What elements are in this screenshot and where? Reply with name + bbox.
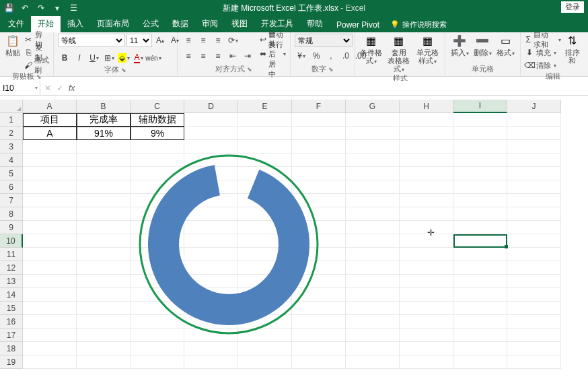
row-header[interactable]: 1 (0, 113, 23, 127)
tab-view[interactable]: 视图 (225, 15, 254, 32)
cell[interactable] (77, 355, 131, 369)
cell[interactable] (184, 355, 238, 369)
row-header[interactable]: 16 (0, 315, 23, 329)
cell[interactable] (346, 221, 400, 234)
cell[interactable] (23, 180, 77, 194)
number-launcher-icon[interactable]: ⬊ (328, 66, 334, 73)
font-size-select[interactable]: 11 (126, 34, 152, 47)
cell[interactable] (346, 207, 400, 221)
column-header[interactable]: F (292, 100, 346, 113)
delete-cells-button[interactable]: ➖删除▾ (472, 34, 492, 57)
cell[interactable] (77, 329, 131, 342)
cell[interactable] (23, 207, 77, 221)
cell[interactable] (453, 194, 507, 207)
row-header[interactable]: 11 (0, 248, 23, 261)
cell[interactable] (346, 167, 400, 180)
cell[interactable] (184, 140, 238, 153)
cell[interactable] (292, 355, 346, 369)
align-right-button[interactable]: ≡ (211, 49, 225, 63)
cell[interactable] (507, 127, 561, 140)
cell[interactable] (453, 288, 507, 302)
cell[interactable] (77, 342, 131, 355)
cell[interactable] (400, 221, 453, 234)
cell[interactable] (23, 261, 77, 275)
cell[interactable] (400, 153, 453, 167)
cell[interactable] (346, 153, 400, 167)
cell[interactable] (400, 355, 453, 369)
cell[interactable] (507, 153, 561, 167)
cell[interactable] (507, 302, 561, 315)
cell[interactable] (507, 288, 561, 302)
number-format-select[interactable]: 常规 (295, 34, 353, 47)
italic-button[interactable]: I (73, 51, 86, 65)
cell[interactable] (346, 288, 400, 302)
cell[interactable]: A (23, 127, 77, 140)
cell[interactable] (238, 113, 292, 127)
cell[interactable] (238, 355, 292, 369)
cell[interactable] (507, 194, 561, 207)
name-box[interactable]: I10▾ (0, 81, 40, 95)
cell[interactable] (400, 288, 453, 302)
cell[interactable] (346, 180, 400, 194)
column-header[interactable]: I (453, 100, 507, 113)
cell[interactable] (23, 288, 77, 302)
cell[interactable] (453, 261, 507, 275)
column-header[interactable]: E (238, 100, 292, 113)
column-header[interactable]: C (131, 100, 184, 113)
cell[interactable] (346, 275, 400, 288)
cell[interactable] (400, 261, 453, 275)
formula-input[interactable] (79, 81, 588, 95)
align-middle-button[interactable]: ≡ (196, 34, 210, 47)
cell[interactable] (346, 248, 400, 261)
cell[interactable]: 辅助数据 (131, 113, 184, 127)
cell[interactable] (507, 207, 561, 221)
tab-powerpivot[interactable]: Power Pivot (330, 18, 386, 32)
tab-page-layout[interactable]: 页面布局 (90, 15, 136, 32)
cell[interactable] (292, 127, 346, 140)
enter-icon[interactable]: ✓ (57, 83, 63, 93)
cell[interactable] (507, 342, 561, 355)
tab-insert[interactable]: 插入 (61, 15, 90, 32)
align-bottom-button[interactable]: ≡ (211, 34, 225, 47)
cell[interactable] (453, 342, 507, 355)
cell[interactable] (400, 140, 453, 153)
cell[interactable] (77, 288, 131, 302)
row-header[interactable]: 10 (0, 234, 23, 248)
cell[interactable] (184, 127, 238, 140)
row-header[interactable]: 18 (0, 342, 23, 355)
cell[interactable] (346, 261, 400, 275)
cell[interactable] (507, 167, 561, 180)
merge-center-button[interactable]: ⬌合并后居中▾ (260, 48, 286, 60)
cell[interactable] (400, 127, 453, 140)
tell-me[interactable]: 💡 操作说明搜索 (386, 17, 451, 32)
cell[interactable] (400, 302, 453, 315)
cell[interactable] (77, 221, 131, 234)
cell[interactable] (23, 194, 77, 207)
cell[interactable] (453, 302, 507, 315)
cell[interactable] (400, 180, 453, 194)
spreadsheet-grid[interactable]: ABCDEFGHIJ 1项目完成率辅助数据2A91%9%345678910111… (0, 100, 588, 369)
column-header[interactable]: A (23, 100, 77, 113)
cell[interactable] (507, 275, 561, 288)
cell[interactable] (131, 342, 184, 355)
cell[interactable] (346, 342, 400, 355)
cell[interactable] (77, 315, 131, 329)
indent-dec-button[interactable]: ⇤ (226, 49, 240, 63)
cell[interactable] (23, 167, 77, 180)
cell[interactable] (346, 302, 400, 315)
row-header[interactable]: 13 (0, 275, 23, 288)
redo-icon[interactable]: ↷ (36, 3, 46, 13)
cell[interactable] (400, 113, 453, 127)
cell[interactable] (131, 140, 184, 153)
percent-button[interactable]: % (309, 49, 323, 63)
cell[interactable] (453, 180, 507, 194)
sort-filter-button[interactable]: ⇅排序和 (564, 34, 581, 65)
cell[interactable] (23, 221, 77, 234)
autosum-button[interactable]: Σ自动求和▾ (525, 34, 561, 46)
cell[interactable] (453, 113, 507, 127)
cell[interactable] (346, 315, 400, 329)
cell[interactable] (77, 140, 131, 153)
tab-help[interactable]: 帮助 (300, 15, 330, 32)
undo-icon[interactable]: ↶ (20, 3, 30, 13)
cell[interactable] (77, 194, 131, 207)
